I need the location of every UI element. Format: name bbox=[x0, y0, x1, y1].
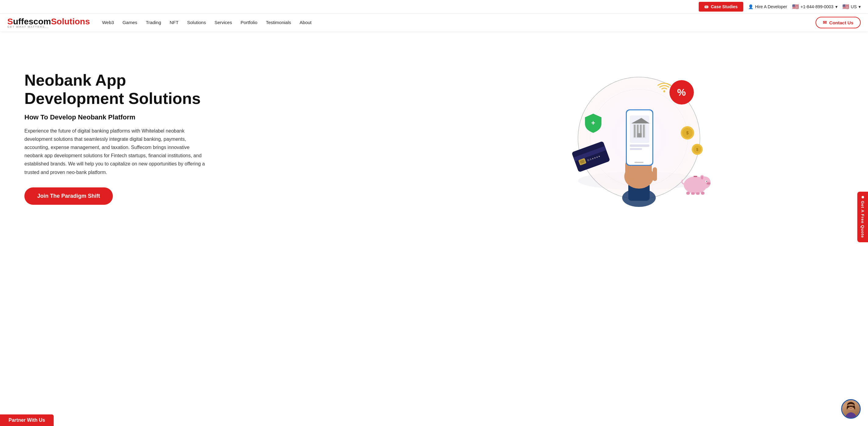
svg-rect-25 bbox=[630, 148, 642, 150]
case-studies-button[interactable]: 🎟 Case Studies bbox=[699, 2, 743, 11]
nav-item-nft[interactable]: NFT bbox=[169, 20, 179, 25]
hero-illustration: % + bbox=[434, 62, 844, 214]
nav-links-list: Web3 Games Trading NFT Solutions Service… bbox=[102, 20, 815, 25]
coin-2: $ bbox=[691, 143, 703, 156]
country-selector[interactable]: 🇺🇸 US ▾ bbox=[842, 3, 861, 10]
logo-text: SuffescomSolutions bbox=[7, 17, 90, 26]
svg-rect-23 bbox=[638, 133, 642, 137]
get-free-quote-button[interactable]: Get A Free Quote bbox=[857, 192, 868, 239]
logo-main-rest: uffescom bbox=[13, 17, 51, 26]
case-studies-icon: 🎟 bbox=[704, 4, 709, 9]
svg-point-44 bbox=[706, 182, 711, 185]
nav-item-trading[interactable]: Trading bbox=[146, 20, 161, 25]
contact-label: Contact Us bbox=[829, 20, 854, 25]
hire-developer-link[interactable]: 👤 Hire A Developer bbox=[748, 4, 787, 9]
phone-area[interactable]: 🇺🇸 +1-844-899-0003 ▾ bbox=[792, 3, 837, 10]
svg-rect-24 bbox=[630, 144, 649, 147]
coin-1: $ bbox=[680, 126, 694, 141]
svg-point-4 bbox=[663, 91, 665, 92]
illustration-container: % + bbox=[566, 65, 712, 211]
svg-rect-51 bbox=[693, 176, 697, 177]
user-icon: 👤 bbox=[748, 4, 753, 9]
hero-content: Neobank AppDevelopment Solutions How To … bbox=[24, 71, 434, 205]
phone-hand-illustration bbox=[607, 94, 671, 208]
phone-dropdown-icon: ▾ bbox=[835, 4, 837, 9]
nav-item-about[interactable]: About bbox=[300, 20, 311, 25]
nav-item-solutions[interactable]: Solutions bbox=[187, 20, 206, 25]
svg-rect-47 bbox=[686, 192, 690, 195]
country-dropdown-icon: ▾ bbox=[859, 4, 861, 9]
top-bar: 🎟 Case Studies 👤 Hire A Developer 🇺🇸 +1-… bbox=[0, 0, 868, 14]
svg-rect-26 bbox=[634, 162, 644, 163]
svg-rect-48 bbox=[691, 192, 695, 195]
phone-number: +1-844-899-0003 bbox=[801, 4, 834, 9]
logo-accent: Solutions bbox=[51, 17, 90, 26]
svg-rect-50 bbox=[701, 192, 705, 195]
svg-rect-21 bbox=[643, 125, 645, 137]
nav-item-portfolio[interactable]: Portfolio bbox=[241, 20, 257, 25]
svg-text:$: $ bbox=[686, 130, 689, 135]
country-label: US bbox=[851, 4, 857, 9]
nav-item-services[interactable]: Services bbox=[214, 20, 232, 25]
contact-us-button[interactable]: ✉ Contact Us bbox=[815, 17, 861, 28]
svg-rect-49 bbox=[696, 192, 700, 195]
get-free-quote-label: Get A Free Quote bbox=[860, 201, 865, 238]
wifi-icon bbox=[657, 82, 671, 95]
svg-rect-18 bbox=[634, 125, 636, 137]
svg-point-43 bbox=[706, 181, 707, 182]
svg-point-41 bbox=[701, 176, 703, 179]
hero-subtitle: How To Develop Neobank Platform bbox=[24, 113, 434, 121]
piggy-bank-icon bbox=[680, 167, 711, 196]
case-studies-label: Case Studies bbox=[711, 4, 738, 9]
hero-title: Neobank AppDevelopment Solutions bbox=[24, 71, 434, 108]
percent-badge: % bbox=[670, 80, 694, 104]
join-paradigm-shift-button[interactable]: Join The Paradigm Shift bbox=[24, 187, 113, 205]
contact-icon: ✉ bbox=[823, 20, 827, 25]
country-flag-icon: 🇺🇸 bbox=[842, 3, 849, 10]
main-navbar: SuffescomSolutions GET WHAT MATTERS... W… bbox=[0, 14, 868, 31]
percent-label: % bbox=[677, 87, 686, 98]
svg-text:$: $ bbox=[696, 148, 698, 152]
quote-dot-icon bbox=[862, 196, 864, 198]
hero-section: Neobank AppDevelopment Solutions How To … bbox=[0, 31, 868, 239]
us-flag-icon: 🇺🇸 bbox=[792, 3, 799, 10]
shield-icon: + bbox=[583, 112, 604, 135]
nav-item-web3[interactable]: Web3 bbox=[102, 20, 114, 25]
logo-main: S bbox=[7, 17, 13, 26]
svg-text:+: + bbox=[591, 119, 595, 127]
logo[interactable]: SuffescomSolutions GET WHAT MATTERS... bbox=[7, 17, 90, 28]
svg-point-46 bbox=[709, 183, 709, 184]
side-cta-wrapper: Get A Free Quote bbox=[857, 192, 868, 239]
nav-item-testimonials[interactable]: Testimonials bbox=[266, 20, 291, 25]
hero-description: Experience the future of digital banking… bbox=[24, 127, 207, 176]
svg-point-45 bbox=[707, 183, 708, 184]
hire-dev-label: Hire A Developer bbox=[755, 4, 787, 9]
svg-rect-13 bbox=[653, 167, 657, 181]
nav-item-games[interactable]: Games bbox=[123, 20, 137, 25]
